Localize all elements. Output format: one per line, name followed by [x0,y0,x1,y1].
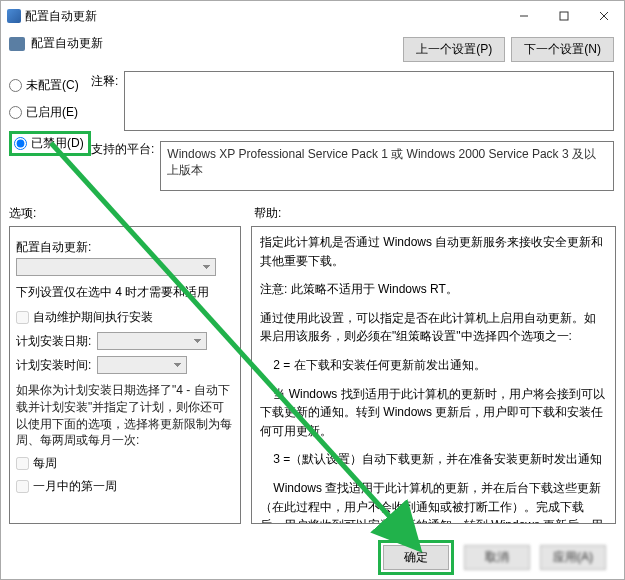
maintenance-checkbox[interactable] [16,311,29,324]
schedule-time-select[interactable] [97,356,187,374]
platforms-text: Windows XP Professional Service Pack 1 或… [160,141,614,191]
every-week-label: 每周 [33,455,57,472]
help-para: 通过使用此设置，可以指定是否在此计算机上启用自动更新。如果启用该服务，则必须在"… [260,309,607,346]
schedule-day-label: 计划安装日期: [16,333,91,350]
help-para: 注意: 此策略不适用于 Windows RT。 [260,280,607,299]
radio-enabled-input[interactable] [9,106,22,119]
help-para: 指定此计算机是否通过 Windows 自动更新服务来接收安全更新和其他重要下载。 [260,233,607,270]
help-section-label: 帮助: [254,205,281,222]
dialog-window: 配置自动更新 配置自动更新 上一个设置(P) 下一个设置(N) 未配置(C) 已… [0,0,625,580]
every-week-checkbox[interactable] [16,457,29,470]
options-section-label: 选项: [9,205,36,222]
policy-icon [9,37,25,51]
window-title: 配置自动更新 [25,8,97,25]
configure-update-label: 配置自动更新: [16,239,234,256]
app-icon [7,9,21,23]
comment-textarea[interactable] [124,71,614,131]
schedule-time-label: 计划安装时间: [16,357,91,374]
configure-update-select[interactable] [16,258,216,276]
option-note: 下列设置仅在选中 4 时才需要和适用 [16,284,234,301]
maximize-button[interactable] [544,2,584,30]
first-week-row[interactable]: 一月中的第一周 [16,478,234,495]
state-radio-group: 未配置(C) 已启用(E) 已禁用(D) [9,77,91,156]
next-setting-button[interactable]: 下一个设置(N) [511,37,614,62]
radio-not-configured[interactable]: 未配置(C) [9,77,91,94]
schedule-day-select[interactable] [97,332,207,350]
maintenance-checkbox-row[interactable]: 自动维护期间执行安装 [16,309,234,326]
ok-button[interactable]: 确定 [383,545,449,570]
options-panel: 配置自动更新: 下列设置仅在选中 4 时才需要和适用 自动维护期间执行安装 计划… [9,226,241,524]
radio-disabled-input[interactable] [14,137,27,150]
highlight-disabled: 已禁用(D) [9,131,91,156]
highlight-ok: 确定 [378,540,454,575]
radio-not-configured-label: 未配置(C) [26,77,79,94]
minimize-button[interactable] [504,2,544,30]
first-week-checkbox[interactable] [16,480,29,493]
cancel-button[interactable]: 取消 [464,545,530,570]
platforms-label: 支持的平台: [91,141,154,191]
schedule-desc: 如果你为计划安装日期选择了"4 - 自动下载并计划安装"并指定了计划，则你还可以… [16,382,234,449]
prev-setting-button[interactable]: 上一个设置(P) [403,37,505,62]
footer: 确定 取消 应用(A) [1,535,624,579]
radio-disabled[interactable]: 已禁用(D) [14,135,84,152]
apply-button[interactable]: 应用(A) [540,545,606,570]
help-para: 2 = 在下载和安装任何更新前发出通知。 [260,356,607,375]
first-week-label: 一月中的第一周 [33,478,117,495]
help-para: Windows 查找适用于此计算机的更新，并在后台下载这些更新（在此过程中，用户… [260,479,607,524]
titlebar: 配置自动更新 [1,1,624,31]
help-panel: 指定此计算机是否通过 Windows 自动更新服务来接收安全更新和其他重要下载。… [251,226,616,524]
subtitle-text: 配置自动更新 [31,35,103,52]
comment-label: 注释: [91,71,118,131]
help-para: 当 Windows 找到适用于此计算机的更新时，用户将会接到可以下载更新的通知。… [260,385,607,441]
radio-disabled-label: 已禁用(D) [31,135,84,152]
help-para: 3 =（默认设置）自动下载更新，并在准备安装更新时发出通知 [260,450,607,469]
svg-rect-1 [560,12,568,20]
every-week-row[interactable]: 每周 [16,455,234,472]
maintenance-checkbox-label: 自动维护期间执行安装 [33,309,153,326]
radio-enabled[interactable]: 已启用(E) [9,104,91,121]
close-button[interactable] [584,2,624,30]
radio-enabled-label: 已启用(E) [26,104,78,121]
radio-not-configured-input[interactable] [9,79,22,92]
